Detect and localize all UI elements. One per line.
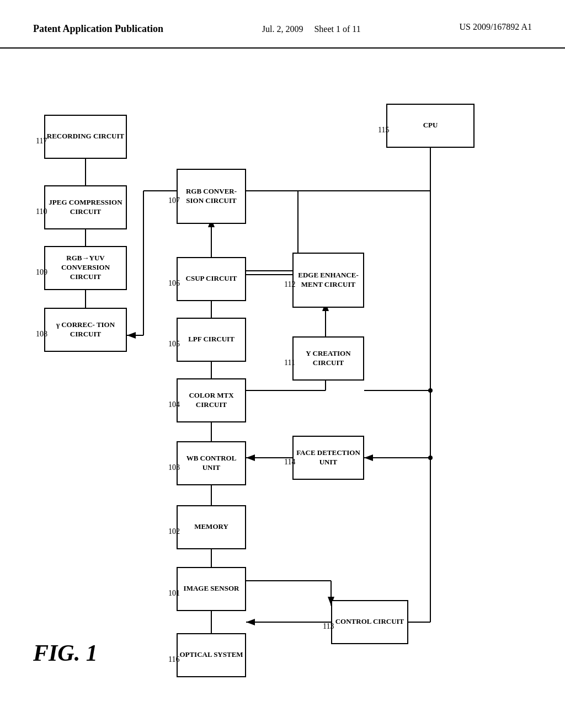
ref-110: 110 <box>36 207 47 216</box>
block-image-sensor: IMAGE SENSOR <box>177 567 246 611</box>
ref-112: 112 <box>284 280 295 289</box>
block-face-detection: FACE DETECTION UNIT <box>292 436 364 480</box>
block-recording: RECORDING CIRCUIT <box>44 115 127 159</box>
block-control-circuit: CONTROL CIRCUIT <box>331 600 408 644</box>
block-memory: MEMORY <box>177 505 246 549</box>
block-optical-system: OPTICAL SYSTEM <box>177 633 246 677</box>
sheet-info: Sheet 1 of 11 <box>314 24 360 34</box>
block-lpf: LPF CIRCUIT <box>177 318 246 362</box>
ref-114: 114 <box>284 458 295 467</box>
block-rgb-yuv: RGB→YUV CONVERSION CIRCUIT <box>44 246 127 290</box>
ref-109: 109 <box>36 268 47 277</box>
svg-point-26 <box>428 388 433 393</box>
block-color-mtx: COLOR MTX CIRCUIT <box>177 378 246 422</box>
svg-point-34 <box>428 456 433 460</box>
block-edge-enhancement: EDGE ENHANCE- MENT CIRCUIT <box>292 253 364 308</box>
ref-104: 104 <box>168 400 180 409</box>
block-y-creation: Y CREATION CIRCUIT <box>292 336 364 381</box>
patent-number: US 2009/167892 A1 <box>459 22 532 32</box>
block-wb-control: WB CONTROL UNIT <box>177 441 246 485</box>
block-jpeg-compression: JPEG COMPRESSION CIRCUIT <box>44 185 127 229</box>
block-cpu: CPU <box>386 104 475 148</box>
ref-113: 113 <box>323 622 334 631</box>
ref-106: 106 <box>168 279 180 288</box>
page-header: Patent Application Publication Jul. 2, 2… <box>0 0 565 49</box>
ref-101: 101 <box>168 589 180 598</box>
publication-title: Patent Application Publication <box>33 22 163 36</box>
ref-116: 116 <box>168 655 179 664</box>
ref-103: 103 <box>168 463 180 472</box>
diagram-area: OPTICAL SYSTEM 116 IMAGE SENSOR 101 MEMO… <box>0 49 565 710</box>
figure-label: FIG. 1 <box>33 640 98 666</box>
ref-115: 115 <box>378 126 389 135</box>
ref-107: 107 <box>168 196 180 205</box>
ref-102: 102 <box>168 527 180 536</box>
block-gamma-correction: γ CORREC- TION CIRCUIT <box>44 308 127 352</box>
publication-date: Jul. 2, 2009 <box>262 24 303 34</box>
block-rgb-conversion: RGB CONVER- SION CIRCUIT <box>177 169 246 224</box>
header-date-sheet: Jul. 2, 2009 Sheet 1 of 11 <box>262 22 361 36</box>
ref-111: 111 <box>284 358 295 367</box>
block-csup: CSUP CIRCUIT <box>177 257 246 301</box>
ref-108: 108 <box>36 330 47 339</box>
ref-105: 105 <box>168 340 180 349</box>
ref-117: 117 <box>36 137 47 146</box>
